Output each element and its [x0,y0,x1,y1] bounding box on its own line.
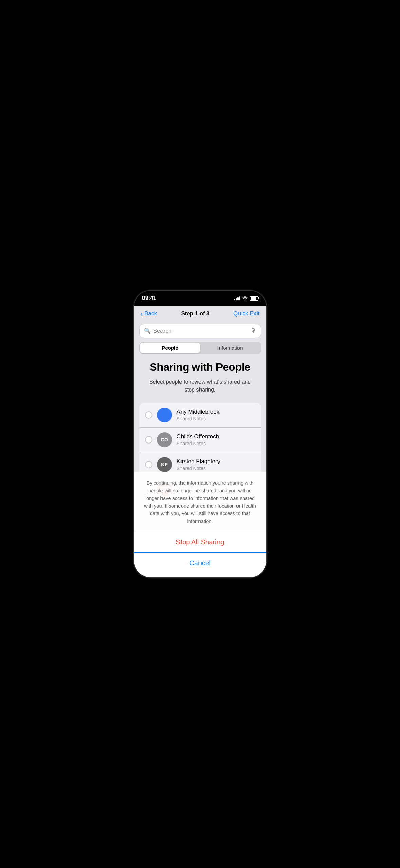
person-row-arly[interactable]: Arly Middlebrook Shared Notes [139,403,261,427]
status-time: 09:41 [142,295,156,302]
person-row-childs[interactable]: CO Childs Offentoch Shared Notes [139,427,261,452]
status-bar: 09:41 [134,291,266,306]
radio-childs[interactable] [145,436,152,444]
segment-control: People Information [139,342,261,354]
search-icon: 🔍 [144,328,151,334]
avatar-childs: CO [157,432,172,447]
person-info-kirsten: Kirsten Flaghtery Shared Notes [177,458,255,471]
person-detail-arly: Shared Notes [177,416,255,421]
status-icons [234,296,258,301]
person-name-arly: Arly Middlebrook [177,409,255,415]
screen: ‹ Back Step 1 of 3 Quick Exit 🔍 🎙 People… [134,306,266,577]
main-heading: Sharing with People [144,361,256,373]
cancel-button[interactable]: Cancel [189,559,210,567]
avatar-arly [157,408,172,422]
info-card: By continuing, the information you're sh… [134,472,266,532]
person-detail-kirsten: Shared Notes [177,466,255,471]
stop-sharing-button[interactable]: Stop All Sharing [176,538,224,546]
back-button[interactable]: ‹ Back [141,310,157,317]
main-subheading: Select people to review what's shared an… [144,378,256,394]
nav-bar: ‹ Back Step 1 of 3 Quick Exit [134,306,266,321]
person-info-childs: Childs Offentoch Shared Notes [177,433,255,446]
step-label: Step 1 of 3 [181,310,210,317]
mic-icon[interactable]: 🎙 [250,327,256,334]
person-name-childs: Childs Offentoch [177,433,255,440]
battery-icon [250,296,258,301]
search-container: 🔍 🎙 [134,321,266,341]
person-info-arly: Arly Middlebrook Shared Notes [177,409,255,421]
quick-exit-button[interactable]: Quick Exit [233,310,260,317]
back-label: Back [144,310,157,317]
search-bar[interactable]: 🔍 🎙 [139,324,261,338]
segment-information[interactable]: Information [200,343,260,353]
bottom-cards: By continuing, the information you're sh… [134,472,266,577]
phone-frame: 09:41 ‹ Back [134,291,266,577]
search-input[interactable] [153,328,248,334]
person-detail-childs: Shared Notes [177,441,255,446]
svg-point-0 [245,299,245,300]
heading-section: Sharing with People Select people to rev… [134,354,266,397]
wifi-icon [242,295,248,301]
info-text: By continuing, the information you're sh… [144,479,257,525]
avatar-kirsten: KF [157,457,172,472]
cancel-card[interactable]: Cancel [134,553,266,577]
stop-sharing-card[interactable]: Stop All Sharing [134,532,266,553]
radio-kirsten[interactable] [145,461,152,468]
signal-icon [234,296,240,300]
chevron-left-icon: ‹ [141,310,143,317]
person-name-kirsten: Kirsten Flaghtery [177,458,255,465]
radio-arly[interactable] [145,411,152,419]
segment-people[interactable]: People [140,343,200,353]
